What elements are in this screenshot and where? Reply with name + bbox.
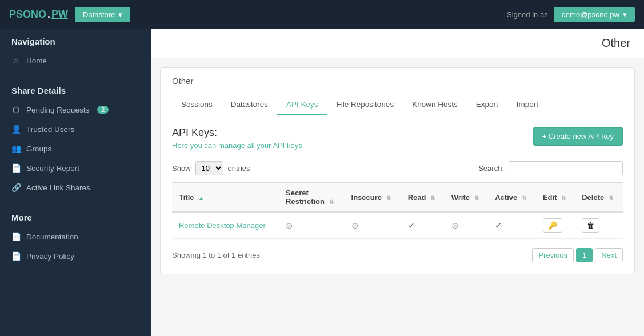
groups-icon: 👥 [11,144,21,153]
current-page: 1 [576,248,593,262]
pagination-row: Showing 1 to 1 of 1 entries Previous 1 N… [172,248,623,262]
show-label: Show [172,164,191,173]
api-keys-title: API Keys: [172,127,302,139]
sidebar: Navigation ⌂ Home Share Details ⬡ Pendin… [0,29,151,336]
sidebar-item-pending-requests[interactable]: ⬡ Pending Requests 2 [0,100,151,119]
signed-in-label: Signed in as [507,10,548,19]
next-button[interactable]: Next [595,248,623,262]
logo-psono: PSONO [9,9,46,21]
tab-known-hosts[interactable]: Known Hosts [403,94,467,115]
row-edit: 🔑 [536,212,575,239]
subtitle-post: your API keys [255,141,302,150]
tab-api-keys[interactable]: API Keys [277,94,327,115]
subtitle-pre: Here you can manage [172,141,247,150]
main-layout: Navigation ⌂ Home Share Details ⬡ Pendin… [0,29,644,336]
previous-button[interactable]: Previous [532,248,574,262]
sort-arrows-write: ⇅ [474,195,479,201]
row-secret-restriction: ⊘ [279,212,344,239]
sort-arrows-delete: ⇅ [609,195,613,201]
card-inner-header: Other [161,68,634,94]
logo-pw: PW [51,9,68,21]
datastore-button[interactable]: Datastore ▾ [75,7,130,22]
table-controls: Show 10 25 50 entries Search: [172,161,623,175]
row-title: Remote Desktop Manager [172,212,279,239]
search-input[interactable] [509,161,623,175]
content-header: Other [151,29,644,58]
delete-button[interactable]: 🗑 [582,218,599,233]
sidebar-item-trusted-users[interactable]: 👤 Trusted Users [0,119,151,139]
more-section-title: More [0,205,151,227]
col-insecure: Insecure ⇅ [345,183,401,213]
logo: PSONO.PW [9,9,68,21]
user-dropdown-icon: ▾ [623,10,627,19]
table-header-row: Title ▲ SecretRestriction ⇅ Insecure ⇅ R… [172,183,623,213]
entries-label: entries [228,164,250,173]
ban-icon-secret: ⊘ [286,221,293,230]
show-entries: Show 10 25 50 entries [172,161,250,175]
user-email: demo@psono.pw [562,10,619,19]
entries-select[interactable]: 10 25 50 [195,161,223,175]
ban-icon-write: ⊘ [451,221,459,230]
pending-requests-badge: 2 [97,106,109,114]
row-delete: 🗑 [575,212,623,239]
tabs-container: Sessions Datastores API Keys File Reposi… [161,94,634,115]
sidebar-item-groups[interactable]: 👥 Groups [0,139,151,158]
sort-icon-title: ▲ [198,195,204,201]
sidebar-item-security-report[interactable]: 📄 Security Report [0,158,151,178]
tab-import[interactable]: Import [507,94,547,115]
datastore-dropdown-icon: ▾ [118,10,122,19]
table-body: Remote Desktop Manager ⊘ ⊘ ✓ ⊘ ✓ 🔑 🗑 [172,212,623,239]
search-label: Search: [478,164,504,173]
datastore-label: Datastore [83,10,115,19]
security-icon: 📄 [11,163,21,173]
content-card: Other Sessions Datastores API Keys File … [160,67,635,274]
row-read: ✓ [401,212,445,239]
sidebar-item-privacy[interactable]: 📄 Privacy Policy [0,246,151,266]
logo-dot: . [47,9,50,21]
check-icon-read: ✓ [408,221,415,230]
sidebar-divider-2 [0,201,151,201]
home-icon: ⌂ [11,56,21,65]
share-icon: ⬡ [11,105,21,114]
docs-icon: 📄 [11,232,21,241]
documentation-label: Documentation [26,233,78,241]
share-details-title: Share Details [0,78,151,100]
tab-file-repositories[interactable]: File Repositories [327,94,403,115]
api-keys-section: API Keys: Here you can manage all your A… [161,115,634,274]
privacy-label: Privacy Policy [26,252,74,261]
tab-sessions[interactable]: Sessions [172,94,222,115]
check-icon-active: ✓ [495,221,502,230]
pending-requests-label: Pending Requests [26,106,89,114]
privacy-icon: 📄 [11,251,21,261]
trusted-users-label: Trusted Users [26,125,74,134]
security-report-label: Security Report [26,164,79,173]
col-read: Read ⇅ [401,183,445,213]
sidebar-item-documentation[interactable]: 📄 Documentation [0,227,151,246]
ban-icon-insecure: ⊘ [351,221,359,230]
pagination-controls: Previous 1 Next [532,248,623,262]
sort-arrows-edit: ⇅ [561,195,566,201]
row-insecure: ⊘ [345,212,401,239]
create-api-key-button[interactable]: + Create new API key [533,127,623,146]
api-keys-subtitle: Here you can manage all your API keys [172,141,302,150]
col-active: Active ⇅ [488,183,536,213]
table-row: Remote Desktop Manager ⊘ ⊘ ✓ ⊘ ✓ 🔑 🗑 [172,212,623,239]
sidebar-divider-1 [0,74,151,74]
content-header-title: Other [602,37,630,50]
col-delete: Delete ⇅ [575,183,623,213]
tab-datastores[interactable]: Datastores [222,94,277,115]
user-menu-button[interactable]: demo@psono.pw ▾ [554,7,635,22]
sidebar-item-home[interactable]: ⌂ Home [0,51,151,70]
nav-section-title: Navigation [0,29,151,51]
col-title: Title ▲ [172,183,279,213]
content-area: Other Other Sessions Datastores API Keys… [151,29,644,336]
row-active: ✓ [488,212,536,239]
edit-button[interactable]: 🔑 [543,218,562,233]
tab-export[interactable]: Export [467,94,507,115]
sort-arrows-insecure: ⇅ [386,195,391,201]
search-box: Search: [478,161,623,175]
sidebar-item-active-link-shares[interactable]: 🔗 Active Link Shares [0,178,151,197]
link-icon: 🔗 [11,183,21,192]
col-write: Write ⇅ [445,183,489,213]
sidebar-home-label: Home [26,57,47,65]
